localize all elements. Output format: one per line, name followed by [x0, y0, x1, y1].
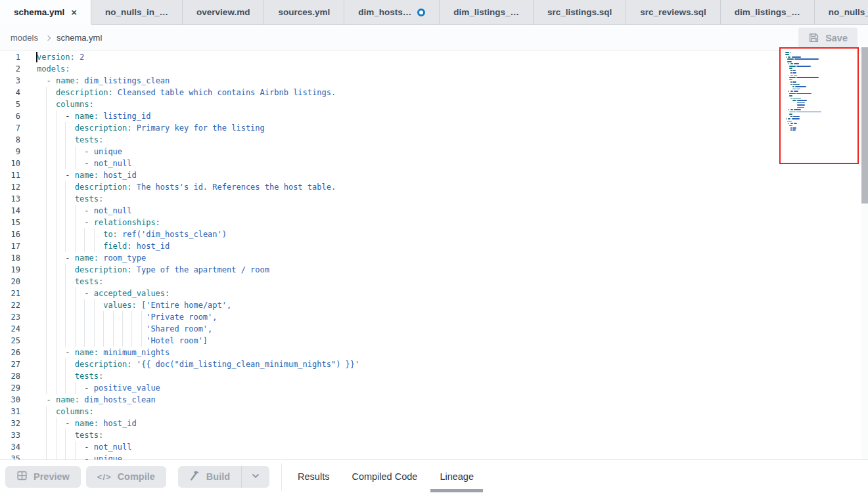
save-button[interactable]: Save: [798, 28, 857, 48]
indent-guide: [65, 453, 66, 460]
code-line[interactable]: 24 'Shared room',: [0, 323, 868, 335]
code-line[interactable]: 34 - not_null: [0, 441, 868, 453]
code-line[interactable]: 12 description: The hosts's id. Referenc…: [0, 181, 868, 193]
code-line[interactable]: 23 'Private room',: [0, 311, 868, 323]
code-line[interactable]: 25 'Hotel room']: [0, 335, 868, 347]
code-line[interactable]: 14 - not_null: [0, 205, 868, 217]
minimap-bar: [797, 100, 807, 101]
code-line[interactable]: 30 - name: dim_hosts_clean: [0, 394, 868, 406]
editor-tab[interactable]: src_listings.sql: [534, 0, 626, 24]
preview-button-label: Preview: [34, 471, 70, 482]
compile-button[interactable]: </> Compile: [86, 466, 166, 488]
modified-indicator-icon: [417, 9, 425, 16]
bottom-tab-compiled-code[interactable]: Compiled Code: [342, 460, 426, 493]
editor-tab[interactable]: src_reviews.sql: [626, 0, 721, 24]
editor-scrollbar[interactable]: [861, 47, 868, 460]
code-line[interactable]: 3 - name: dim_listings_clean: [0, 75, 868, 87]
tab-label: sources.yml: [278, 7, 330, 17]
code-line[interactable]: 33 tests:: [0, 429, 868, 441]
code-line-text: - name: listing_id: [37, 110, 150, 122]
code-line-text: - positive_value: [37, 382, 160, 394]
editor-tab[interactable]: overview.md: [183, 0, 264, 24]
code-line[interactable]: 18 - name: room_type: [0, 252, 868, 264]
build-button[interactable]: Build: [178, 466, 241, 488]
minimap-bar: [790, 129, 792, 131]
code-line-text: 'Private room',: [37, 311, 217, 323]
indent-guide: [84, 311, 85, 323]
indent-guide: [75, 323, 76, 335]
editor-tab[interactable]: dim_hosts…: [344, 0, 440, 24]
indent-guide: [75, 288, 76, 299]
code-line[interactable]: 6 - name: listing_id: [0, 110, 868, 122]
close-icon[interactable]: ×: [71, 7, 77, 17]
code-line[interactable]: 10 - not_null: [0, 158, 868, 169]
line-number: 4: [0, 87, 20, 98]
code-line[interactable]: 5 columns:: [0, 98, 868, 110]
minimap-line: [785, 114, 855, 115]
minimap-line: [785, 102, 855, 104]
code-line[interactable]: 31 columns:: [0, 406, 868, 418]
editor-tab[interactable]: dim_listings_…: [721, 0, 815, 24]
code-line-text: field: host_id: [37, 240, 170, 252]
editor-tab[interactable]: schema.yml×: [0, 0, 91, 24]
code-line[interactable]: 16 to: ref('dim_hosts_clean'): [0, 228, 868, 240]
bottom-tab-lineage[interactable]: Lineage: [430, 460, 483, 493]
line-number: 25: [0, 335, 20, 347]
code-line[interactable]: 20 tests:: [0, 276, 868, 288]
code-line[interactable]: 29 - positive_value: [0, 382, 868, 394]
minimap-bar: [788, 109, 790, 110]
code-line[interactable]: 19 description: Type of the apartment / …: [0, 264, 868, 276]
code-line[interactable]: 7 description: Primary key for the listi…: [0, 122, 868, 134]
code-line[interactable]: 2models:: [0, 63, 868, 75]
editor-tab[interactable]: dim_listings_…: [440, 0, 534, 24]
indent-guide: [141, 335, 142, 347]
minimap-viewport[interactable]: [779, 47, 859, 164]
line-number: 34: [0, 441, 20, 453]
preview-button[interactable]: Preview: [5, 466, 81, 488]
bottom-tab-label: Results: [298, 471, 329, 482]
code-line[interactable]: 21 - accepted_values:: [0, 288, 868, 299]
indent-guide: [46, 87, 47, 98]
editor-tab[interactable]: no_nulls_in_…: [91, 0, 183, 24]
line-number: 23: [0, 311, 20, 323]
tab-label: dim_listings_…: [735, 7, 800, 17]
line-number: 13: [0, 193, 20, 205]
line-number: 20: [0, 276, 20, 288]
code-line[interactable]: 22 values: ['Entire home/apt',: [0, 299, 868, 311]
code-line[interactable]: 35 - unique: [0, 453, 868, 460]
indent-guide: [75, 311, 76, 323]
indent-guide: [46, 453, 47, 460]
code-line[interactable]: 32 - name: host_id: [0, 418, 868, 429]
indent-guide: [84, 335, 85, 347]
compile-button-label: Compile: [118, 471, 155, 482]
code-line[interactable]: 28 tests:: [0, 370, 868, 382]
code-line-text: - not_null: [37, 205, 132, 217]
breadcrumb-item-models[interactable]: models: [11, 33, 38, 43]
minimap-bar: [796, 66, 811, 67]
code-line[interactable]: 26 - name: minimum_nights: [0, 347, 868, 358]
code-line[interactable]: 8 tests:: [0, 134, 868, 146]
minimap-line: [785, 75, 855, 76]
build-dropdown-button[interactable]: [241, 466, 269, 488]
code-line[interactable]: 4 description: Cleansed table which cont…: [0, 87, 868, 98]
minimap-bar: [796, 93, 811, 95]
indent-guide: [56, 193, 57, 205]
code-line[interactable]: 9 - unique: [0, 146, 868, 158]
code-editor[interactable]: 1version: 22models:3 - name: dim_listing…: [0, 51, 868, 460]
minimap-line: [785, 127, 855, 129]
minimap-line: [785, 100, 855, 101]
scrollbar-thumb[interactable]: [861, 47, 868, 204]
code-line-text: - name: host_id: [37, 169, 137, 181]
indent-guide: [46, 169, 47, 181]
code-line[interactable]: 11 - name: host_id: [0, 169, 868, 181]
code-line[interactable]: 15 - relationships:: [0, 217, 868, 228]
code-line[interactable]: 13 tests:: [0, 193, 868, 205]
indent-guide: [75, 146, 76, 158]
minimap-bar: [789, 95, 792, 96]
code-line[interactable]: 17 field: host_id: [0, 240, 868, 252]
editor-tab[interactable]: sources.yml: [264, 0, 344, 24]
bottom-tab-results[interactable]: Results: [288, 460, 338, 493]
code-line[interactable]: 1version: 2: [0, 51, 868, 63]
editor-tab[interactable]: no_nulls_in_…: [815, 0, 868, 24]
code-line[interactable]: 27 description: '{{ doc("dim_listing_cle…: [0, 358, 868, 370]
